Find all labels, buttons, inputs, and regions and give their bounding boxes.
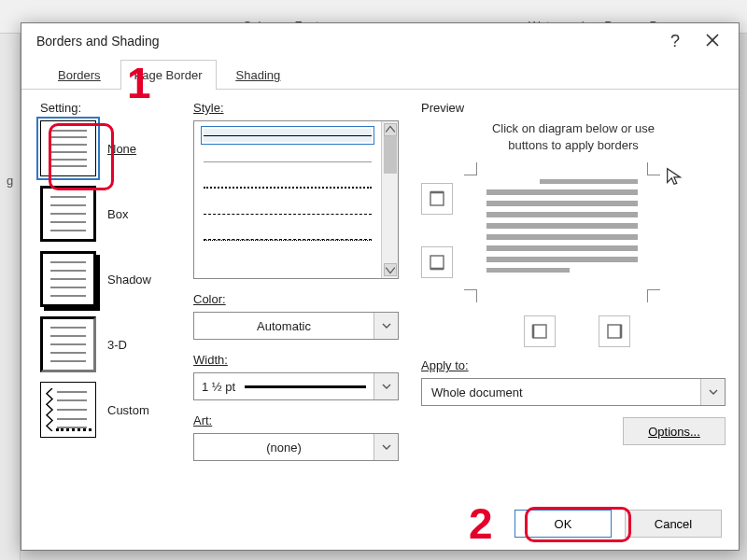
width-preview-line bbox=[245, 385, 366, 388]
style-option-dashed[interactable] bbox=[204, 207, 372, 220]
ok-button[interactable]: OK bbox=[514, 510, 612, 538]
apply-to-label: Apply to: bbox=[421, 358, 726, 372]
border-bottom-button[interactable] bbox=[421, 246, 453, 278]
preview-hint: Click on diagram below or usebuttons to … bbox=[421, 120, 726, 153]
setting-none[interactable]: None bbox=[40, 120, 171, 176]
svg-rect-2 bbox=[430, 256, 444, 269]
art-value: (none) bbox=[266, 441, 302, 455]
apply-to-value: Whole document bbox=[422, 385, 700, 399]
style-option-thin[interactable] bbox=[204, 155, 372, 168]
scroll-up-icon[interactable] bbox=[384, 123, 397, 136]
help-button[interactable] bbox=[656, 28, 694, 54]
borders-shading-dialog: Borders and Shading Borders Page Border … bbox=[21, 22, 740, 551]
chevron-down-icon bbox=[700, 379, 725, 405]
dialog-title: Borders and Shading bbox=[36, 34, 656, 49]
svg-rect-4 bbox=[533, 325, 546, 338]
setting-box-label: Box bbox=[107, 207, 128, 221]
style-scrollbar[interactable] bbox=[381, 121, 398, 278]
scroll-down-icon[interactable] bbox=[384, 263, 397, 276]
color-label: Color: bbox=[193, 292, 399, 306]
tab-page-border[interactable]: Page Border bbox=[120, 60, 217, 90]
cancel-button[interactable]: Cancel bbox=[625, 510, 722, 538]
tab-borders[interactable]: Borders bbox=[44, 60, 115, 90]
width-value: 1 ½ pt bbox=[202, 380, 235, 394]
close-icon bbox=[706, 34, 719, 49]
color-combo[interactable]: Automatic bbox=[193, 312, 399, 340]
width-label: Width: bbox=[193, 353, 399, 367]
border-right-button[interactable] bbox=[599, 315, 630, 347]
preview-diagram[interactable] bbox=[464, 162, 660, 302]
setting-custom[interactable]: Custom bbox=[40, 382, 171, 438]
border-left-button[interactable] bbox=[524, 315, 556, 347]
border-top-button[interactable] bbox=[421, 183, 453, 215]
svg-rect-0 bbox=[430, 192, 444, 205]
width-combo[interactable]: 1 ½ pt bbox=[193, 372, 399, 400]
art-combo[interactable]: (none) bbox=[193, 433, 399, 461]
chevron-down-icon bbox=[374, 313, 398, 339]
tab-shading[interactable]: Shading bbox=[222, 60, 295, 90]
setting-box[interactable]: Box bbox=[40, 186, 171, 242]
setting-3d-label: 3-D bbox=[107, 338, 127, 352]
style-option-dotted[interactable] bbox=[204, 181, 372, 194]
svg-rect-6 bbox=[608, 325, 621, 338]
close-button[interactable] bbox=[694, 28, 731, 54]
art-label: Art: bbox=[193, 413, 399, 427]
setting-none-label: None bbox=[107, 142, 136, 156]
color-value: Automatic bbox=[257, 319, 311, 333]
tab-bar: Borders Page Border Shading bbox=[21, 59, 739, 90]
setting-shadow-label: Shadow bbox=[107, 273, 151, 287]
setting-heading: Setting: bbox=[40, 101, 171, 115]
setting-3d[interactable]: 3-D bbox=[40, 316, 171, 372]
setting-shadow[interactable]: Shadow bbox=[40, 251, 171, 307]
chevron-down-icon bbox=[374, 434, 398, 460]
chevron-down-icon bbox=[374, 373, 398, 399]
style-option-solid[interactable] bbox=[204, 129, 372, 142]
dialog-footer: OK Cancel bbox=[21, 497, 739, 550]
background-side: g bbox=[0, 34, 21, 560]
preview-heading: Preview bbox=[421, 101, 726, 115]
style-option-dashdot[interactable] bbox=[204, 233, 372, 246]
style-listbox[interactable] bbox=[193, 120, 399, 279]
options-button[interactable]: Options... bbox=[623, 417, 726, 445]
setting-custom-label: Custom bbox=[107, 403, 149, 417]
scroll-thumb[interactable] bbox=[384, 136, 397, 174]
style-heading: Style: bbox=[193, 101, 399, 115]
cursor-icon bbox=[664, 166, 684, 189]
titlebar: Borders and Shading bbox=[21, 23, 739, 59]
apply-to-combo[interactable]: Whole document bbox=[421, 378, 726, 406]
